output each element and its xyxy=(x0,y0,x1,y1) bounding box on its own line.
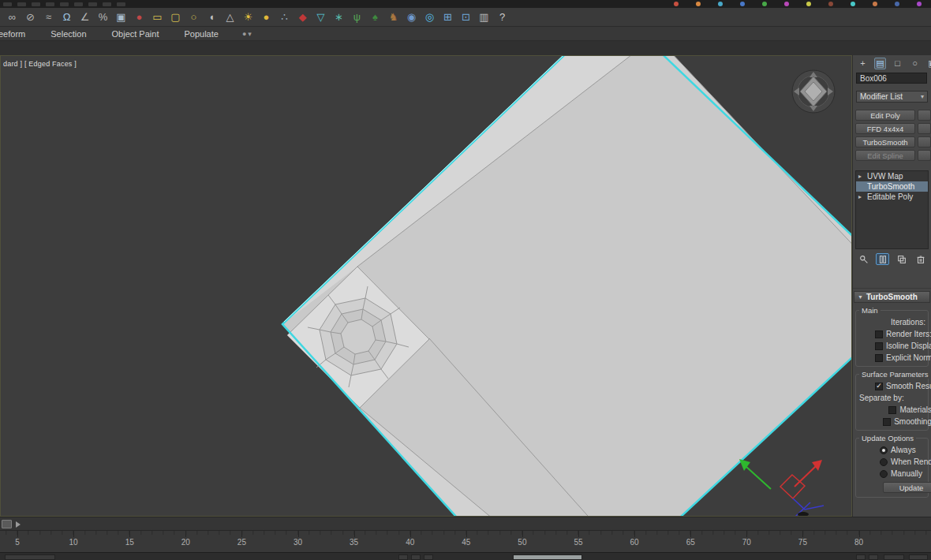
isoline-display-checkbox[interactable] xyxy=(875,342,883,350)
plant-icon[interactable]: ψ xyxy=(350,9,365,24)
flask-icon[interactable]: ▽ xyxy=(313,9,328,24)
show-end-result-icon[interactable] xyxy=(876,253,889,265)
modifier-set-button-partial[interactable] xyxy=(918,123,931,134)
expand-arrow-icon[interactable]: ▸ xyxy=(858,193,865,200)
modifier-list-dropdown[interactable]: Modifier List ▾ xyxy=(856,91,928,103)
ribbon-tab-eeform[interactable]: eeform xyxy=(0,27,38,40)
perspective-viewport[interactable]: dard ] [ Edged Faces ] xyxy=(0,55,852,517)
always-radio[interactable] xyxy=(880,446,888,454)
status-bar-icon[interactable] xyxy=(856,554,866,560)
sun-icon[interactable]: ☀ xyxy=(241,9,256,24)
time-slider-track[interactable] xyxy=(0,517,931,531)
manually-radio[interactable] xyxy=(880,470,888,478)
axis-gizmo[interactable] xyxy=(739,459,824,516)
clipped-toolbar-icon xyxy=(895,2,899,6)
clipped-toolbar-icon xyxy=(828,2,833,6)
explicit-normals-checkbox[interactable] xyxy=(875,354,883,362)
clipped-toolbar-icon xyxy=(88,2,97,6)
stack-item-uvw-map[interactable]: ▸ UVW Map xyxy=(856,171,928,181)
circle-shape-icon[interactable]: ○ xyxy=(186,9,201,24)
stack-item-label: TurboSmooth xyxy=(867,182,914,191)
frame-tick xyxy=(354,531,355,537)
next-frame-icon[interactable] xyxy=(16,521,21,528)
group-update-options: Update Options Always When Render Manual… xyxy=(855,438,929,498)
bind-to-space-warp-icon[interactable]: ≈ xyxy=(41,9,56,24)
snaps-toggle-icon[interactable]: Ω xyxy=(59,9,74,24)
update-button[interactable]: Update xyxy=(883,482,931,493)
modifier-set-button-partial[interactable] xyxy=(918,150,931,161)
smooth-result-checkbox[interactable]: ✓ xyxy=(875,383,883,390)
when-rendering-radio[interactable] xyxy=(880,458,888,466)
material-sample-icon[interactable]: ● xyxy=(132,9,147,24)
edit-poly-button[interactable]: Edit Poly xyxy=(855,110,915,121)
sphere-icon[interactable]: ● xyxy=(259,9,274,24)
track-bar[interactable]: 5101520253035404550556065707580 xyxy=(0,531,931,552)
status-bar-icon[interactable] xyxy=(411,554,421,560)
status-bar-field[interactable] xyxy=(513,554,582,560)
rounded-rectangle-shape-icon[interactable]: ▢ xyxy=(168,9,183,24)
help-icon[interactable]: ? xyxy=(495,9,510,24)
scatter-particles-icon[interactable]: ∴ xyxy=(277,9,292,24)
tab-hierarchy[interactable]: □ xyxy=(892,58,903,69)
frame-number: 55 xyxy=(574,538,582,547)
object-name-field[interactable] xyxy=(856,73,927,84)
tab-create[interactable]: + xyxy=(857,58,869,69)
turbosmooth-button[interactable]: TurboSmooth xyxy=(855,136,915,147)
frame-tick xyxy=(746,531,747,537)
frame-number: 20 xyxy=(181,538,190,547)
group-update-label: Update Options xyxy=(859,434,916,442)
modifier-set-button-partial[interactable] xyxy=(918,136,931,147)
box006-object[interactable] xyxy=(282,56,851,516)
main-toolbar: ∞⊘≈Ω∠%▣●▭▢○◖△☀●∴◆▽∗ψ♠♞◉◎⊞⊡▥? xyxy=(0,8,931,27)
modifier-set-button-partial[interactable] xyxy=(918,110,931,121)
columns-icon[interactable]: ▥ xyxy=(477,9,492,24)
ffd-4x4x4-button[interactable]: FFD 4x4x4 xyxy=(855,123,915,134)
stack-item-turbosmooth[interactable]: TurboSmooth xyxy=(856,181,928,192)
tab-motion[interactable]: ○ xyxy=(909,58,921,69)
frame-number: 65 xyxy=(686,538,695,547)
command-panel: +▤□○▣≡ Modifier List ▾ Edit Poly FFD 4x4… xyxy=(852,55,931,517)
gear-flask-icon[interactable]: ∗ xyxy=(331,9,346,24)
make-unique-icon[interactable] xyxy=(895,253,908,265)
render-iters-checkbox[interactable] xyxy=(875,330,883,338)
globe-icon[interactable]: ◉ xyxy=(404,9,419,24)
frame-tick xyxy=(185,531,186,537)
status-bar-icon[interactable] xyxy=(869,554,878,560)
time-slider-handle[interactable] xyxy=(2,520,12,528)
status-bar-icon[interactable] xyxy=(398,554,408,560)
tree-icon[interactable]: ♠ xyxy=(368,9,383,24)
edit-spline-button[interactable]: Edit Spline xyxy=(855,150,915,161)
viewport-shading-label[interactable]: dard ] [ Edged Faces ] xyxy=(3,60,77,68)
rollout-turbosmooth-header[interactable]: ▼ TurboSmooth xyxy=(854,291,930,303)
ribbon-tab-populate[interactable]: Populate xyxy=(171,27,230,40)
select-and-link-icon[interactable]: ∞ xyxy=(5,9,20,24)
tab-display[interactable]: ▣ xyxy=(926,58,931,69)
percent-snap-icon[interactable]: % xyxy=(95,9,110,24)
cone-shape-icon[interactable]: △ xyxy=(222,9,237,24)
frame-number: 25 xyxy=(237,538,246,547)
iterations-label: Iterations: xyxy=(891,318,925,327)
ribbon-tab-selection[interactable]: Selection xyxy=(38,27,99,40)
ribbon-overflow-button[interactable]: ● ▾ xyxy=(242,30,252,38)
stack-item-editable-poly[interactable]: ▸ Editable Poly xyxy=(856,192,928,202)
monitor-alt-icon[interactable]: ⊡ xyxy=(458,9,473,24)
smoothing-groups-checkbox[interactable] xyxy=(883,418,891,426)
ribbon-tab-object-paint[interactable]: Object Paint xyxy=(99,27,172,40)
expand-arrow-icon[interactable]: ▸ xyxy=(858,173,865,180)
remove-modifier-icon[interactable] xyxy=(914,253,927,265)
materials-checkbox[interactable] xyxy=(888,406,896,414)
droplet-icon[interactable]: ◆ xyxy=(295,9,310,24)
clipped-toolbar-icon xyxy=(74,2,83,6)
camera-icon[interactable]: ▣ xyxy=(114,9,129,24)
pin-stack-icon[interactable] xyxy=(857,253,870,265)
tab-modify[interactable]: ▤ xyxy=(874,58,886,69)
horse-icon[interactable]: ♞ xyxy=(386,9,401,24)
angle-snap-icon[interactable]: ∠ xyxy=(77,9,92,24)
capsule-shape-icon[interactable]: ◖ xyxy=(204,9,219,24)
viewcube[interactable] xyxy=(792,70,835,113)
status-bar-icon[interactable] xyxy=(424,554,433,560)
unlink-selection-icon[interactable]: ⊘ xyxy=(23,9,38,24)
monitor-icon[interactable]: ⊞ xyxy=(440,9,455,24)
rectangle-shape-icon[interactable]: ▭ xyxy=(150,9,165,24)
orbit-sphere-icon[interactable]: ◎ xyxy=(422,9,437,24)
